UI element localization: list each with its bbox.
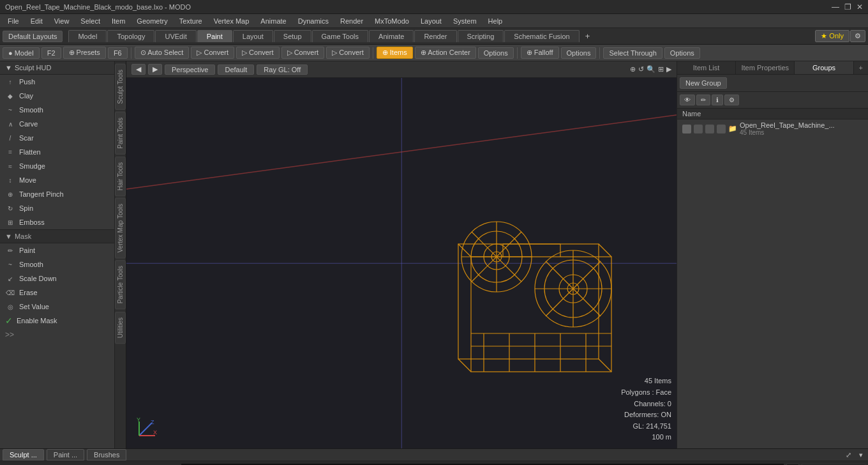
- options-btn-3[interactable]: Options: [664, 47, 700, 59]
- menu-item-system[interactable]: System: [448, 16, 482, 26]
- sculpt-tool-push[interactable]: ↑Push: [0, 75, 114, 89]
- side-tab-particle-tools[interactable]: Particle Tools: [115, 260, 126, 309]
- model-btn[interactable]: ● Model: [3, 47, 40, 59]
- erase-tool-set-value[interactable]: ◎Set Value: [0, 300, 114, 314]
- bottom-tab-sculpt[interactable]: Sculpt ...: [3, 449, 44, 461]
- sculpt-tool-scar[interactable]: /Scar: [0, 131, 114, 145]
- layout-tab-schematic-fusion[interactable]: Schematic Fusion: [504, 30, 579, 42]
- bottom-tab-paint[interactable]: Paint ...: [47, 449, 84, 461]
- layout-tab-setup[interactable]: Setup: [274, 30, 311, 42]
- viewport-render-btn[interactable]: Ray GL: Off: [257, 65, 308, 75]
- item-visibility[interactable]: [682, 125, 691, 133]
- tab-item-properties[interactable]: Item Properties: [736, 61, 795, 74]
- rtool-info[interactable]: ℹ: [712, 95, 723, 105]
- sculpt-tool-smooth[interactable]: ~Smooth: [0, 103, 114, 117]
- mask-tool-smooth[interactable]: ~Smooth: [0, 257, 114, 271]
- layout-tab-render[interactable]: Render: [414, 30, 456, 42]
- item-settings-2[interactable]: [705, 125, 714, 133]
- convert-btn-4[interactable]: ▷ Convert: [326, 47, 370, 59]
- bottom-tab-brushes[interactable]: Brushes: [87, 449, 126, 461]
- new-group-button[interactable]: New Group: [680, 77, 727, 89]
- layout-tab-animate[interactable]: Animate: [369, 30, 414, 42]
- menu-item-mxtomodo[interactable]: MxToModo: [370, 16, 414, 26]
- f2-btn[interactable]: F2: [41, 47, 61, 59]
- left-panel-expand[interactable]: >>: [0, 328, 114, 342]
- minimize-button[interactable]: —: [832, 3, 839, 11]
- layout-tab-game-tools[interactable]: Game Tools: [312, 30, 369, 42]
- side-tab-utilities[interactable]: Utilities: [115, 312, 126, 344]
- layout-tab-model[interactable]: Model: [68, 30, 107, 42]
- viewport-nav-left[interactable]: ◀: [131, 64, 146, 75]
- menu-item-render[interactable]: Render: [335, 16, 368, 26]
- convert-btn-2[interactable]: ▷ Convert: [236, 47, 280, 59]
- menu-item-file[interactable]: File: [3, 16, 24, 26]
- viewport-play-icon[interactable]: ▶: [666, 65, 671, 73]
- viewport-rotate-icon[interactable]: ↺: [638, 65, 644, 73]
- erase-tool-erase[interactable]: ⌫Erase: [0, 286, 114, 300]
- side-tab-sculpt-tools[interactable]: Sculpt Tools: [115, 64, 126, 110]
- viewport-shading-btn[interactable]: Default: [218, 65, 254, 75]
- menu-item-geometry[interactable]: Geometry: [131, 16, 172, 26]
- layout-tab-add[interactable]: +: [580, 29, 595, 43]
- layout-tab-topology[interactable]: Topology: [107, 30, 154, 42]
- gear-button[interactable]: ⚙: [850, 30, 865, 42]
- sculpt-tool-smudge[interactable]: ≈Smudge: [0, 159, 114, 173]
- bottom-menu-btn[interactable]: ▾: [857, 451, 865, 459]
- menu-item-vertex-map[interactable]: Vertex Map: [209, 16, 255, 26]
- viewport-nav-right[interactable]: ▶: [148, 64, 162, 75]
- sculpt-tool-tangent-pinch[interactable]: ⊕Tangent Pinch: [0, 187, 114, 201]
- mask-tool-scale-down[interactable]: ↙Scale Down: [0, 271, 114, 286]
- layout-tab-paint[interactable]: Paint: [197, 30, 232, 42]
- tab-add-button[interactable]: +: [854, 61, 868, 74]
- convert-btn-1[interactable]: ▷ Convert: [191, 47, 234, 59]
- rtool-edit[interactable]: ✏: [696, 95, 710, 105]
- layout-tab-layout[interactable]: Layout: [233, 30, 273, 42]
- viewport[interactable]: 45 Items Polygons : Face Channels: 0 Def…: [126, 78, 677, 448]
- f6-btn[interactable]: F6: [108, 47, 128, 59]
- sculpt-tool-carve[interactable]: ∧Carve: [0, 117, 114, 131]
- tab-item-list[interactable]: Item List: [677, 61, 736, 74]
- sculpt-tool-flatten[interactable]: =Flatten: [0, 145, 114, 159]
- convert-btn-3[interactable]: ▷ Convert: [281, 47, 325, 59]
- layout-tab-scripting[interactable]: Scripting: [458, 30, 504, 42]
- bottom-expand-btn[interactable]: ⤢: [843, 451, 854, 459]
- rtool-gear[interactable]: ⚙: [724, 95, 739, 105]
- maximize-button[interactable]: ❐: [844, 3, 851, 11]
- viewport-zoom-icon[interactable]: 🔍: [647, 65, 655, 73]
- menu-item-animate[interactable]: Animate: [255, 16, 291, 26]
- menu-item-layout[interactable]: Layout: [415, 16, 447, 26]
- menu-item-item[interactable]: Item: [107, 16, 130, 26]
- only-button[interactable]: ★ Only: [815, 30, 849, 42]
- options-btn-1[interactable]: Options: [478, 47, 514, 59]
- action-center-btn[interactable]: ⊕ Action Center: [415, 47, 476, 59]
- sculpt-tool-move[interactable]: ↕Move: [0, 173, 114, 187]
- menu-item-edit[interactable]: Edit: [26, 16, 48, 26]
- options-btn-2[interactable]: Options: [561, 47, 597, 59]
- select-through-btn[interactable]: Select Through: [603, 47, 662, 59]
- list-item[interactable]: 📁 Open_Reel_Tape_Machine_... 45 Items: [677, 119, 868, 138]
- falloff-btn[interactable]: ⊕ Falloff: [521, 47, 559, 59]
- item-settings-3[interactable]: [717, 125, 726, 133]
- items-btn[interactable]: ⊕ Items: [377, 47, 413, 59]
- presets-btn[interactable]: ⊕ Presets: [63, 47, 106, 59]
- close-button[interactable]: ✕: [857, 3, 863, 11]
- tab-groups[interactable]: Groups: [795, 61, 853, 74]
- side-tab-hair-tools[interactable]: Hair Tools: [115, 156, 126, 196]
- viewport-perspective-btn[interactable]: Perspective: [165, 65, 215, 75]
- side-tab-vertex-map-tools[interactable]: Vertex Map Tools: [115, 198, 126, 259]
- menu-item-view[interactable]: View: [49, 16, 75, 26]
- rtool-eye[interactable]: 👁: [680, 95, 695, 105]
- mask-tool-paint[interactable]: ✏Paint: [0, 243, 114, 257]
- sculpt-tool-spin[interactable]: ↻Spin: [0, 201, 114, 215]
- menu-item-texture[interactable]: Texture: [174, 16, 207, 26]
- menu-item-dynamics[interactable]: Dynamics: [293, 16, 334, 26]
- layout-dropdown[interactable]: Default Layouts: [3, 31, 63, 42]
- layout-tab-uvedit[interactable]: UVEdit: [155, 30, 196, 42]
- side-tab-paint-tools[interactable]: Paint Tools: [115, 112, 126, 155]
- sculpt-tool-clay[interactable]: ◆Clay: [0, 89, 114, 103]
- enable-mask-toggle[interactable]: ✓Enable Mask: [0, 314, 114, 328]
- auto-select-btn[interactable]: ⊙ Auto Select: [135, 47, 190, 59]
- sculpt-tool-emboss[interactable]: ⊞Emboss: [0, 215, 114, 229]
- viewport-origin-icon[interactable]: ⊕: [630, 65, 636, 73]
- viewport-grid-icon[interactable]: ⊞: [658, 65, 664, 73]
